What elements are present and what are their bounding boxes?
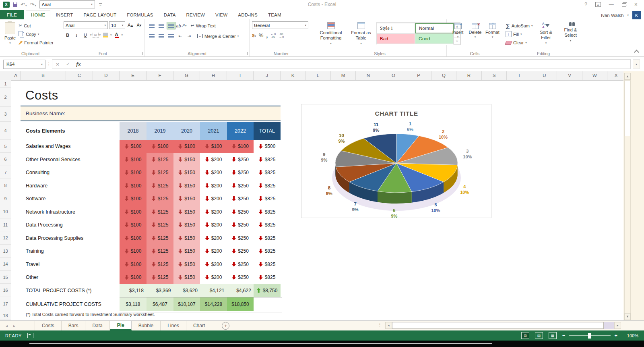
table-cell[interactable]: $250 <box>227 245 254 258</box>
dialog-launcher-icon[interactable] <box>308 52 311 55</box>
insert-cells-button[interactable]: ← Insert ▾ <box>449 21 466 39</box>
cell-style-option[interactable]: Bad <box>376 33 415 44</box>
row-header-12[interactable]: 12 <box>0 231 11 245</box>
row-header-18[interactable]: 18 <box>0 311 11 320</box>
column-header-O[interactable]: O <box>381 71 406 80</box>
cumulative-cell[interactable]: $10,107 <box>173 297 200 311</box>
table-cell[interactable]: $250 <box>227 218 254 231</box>
table-cell[interactable]: $250 <box>227 166 254 179</box>
row-header-10[interactable]: 10 <box>0 205 11 218</box>
total-cell[interactable]: $8,750 <box>254 284 281 297</box>
number-format-combo[interactable]: General▾ <box>252 21 308 29</box>
table-cell[interactable]: $250 <box>227 179 254 192</box>
find-select-button[interactable]: Find & Select ▾ <box>559 21 582 47</box>
table-cell[interactable]: $200 <box>200 258 227 271</box>
total-cell[interactable]: $4,121 <box>200 284 227 297</box>
table-cell[interactable]: $250 <box>227 231 254 245</box>
row-label[interactable]: Data Processing Supplies <box>26 231 83 245</box>
horizontal-scrollbar-track[interactable] <box>604 322 614 329</box>
help-button[interactable]: ? <box>584 2 587 7</box>
row-header-15[interactable]: 15 <box>0 271 11 284</box>
vertical-scrollbar-thumb[interactable] <box>625 81 630 136</box>
align-center-button[interactable] <box>157 32 166 40</box>
ribbon-tab-view[interactable]: VIEW <box>210 10 233 19</box>
column-header-K[interactable]: K <box>281 71 305 80</box>
table-cell[interactable]: $250 <box>227 271 254 284</box>
row-header-13[interactable]: 13 <box>0 245 11 258</box>
sheet-tab-lines[interactable]: Lines <box>161 321 186 330</box>
borders-button[interactable]: ⊞ <box>93 32 99 38</box>
redo-button[interactable]: ↷▾ <box>30 2 36 7</box>
merge-center-button[interactable]: ↔Merge & Center▾ <box>197 32 239 40</box>
cancel-icon[interactable]: × <box>52 61 63 67</box>
row-label[interactable]: Other <box>26 271 38 284</box>
wrap-text-button[interactable]: ↩Wrap Text <box>191 21 216 30</box>
normal-view-button[interactable]: ⊞ <box>521 332 529 339</box>
underline-button[interactable]: U <box>81 31 89 39</box>
clear-button[interactable]: Clear▾ <box>506 38 533 47</box>
restore-button[interactable] <box>622 3 626 7</box>
row-label[interactable]: Software <box>26 192 45 205</box>
total-cell[interactable]: $4,622 <box>227 284 254 297</box>
format-cells-button[interactable]: ↔ Format ▾ <box>484 21 501 39</box>
total-cell[interactable]: $3,118 <box>120 284 147 297</box>
row-header-4[interactable]: 4 <box>0 122 11 140</box>
column-header-E[interactable]: E <box>120 71 147 80</box>
pie-chart[interactable]: CHART TITLE16%210%310%410%510%69%79%89%9… <box>301 104 491 218</box>
business-name-cell[interactable]: Business Name: <box>21 106 281 121</box>
dialog-launcher-icon[interactable] <box>56 52 59 55</box>
new-sheet-button[interactable]: + <box>222 322 229 330</box>
table-cell[interactable]: $125 <box>147 153 173 166</box>
table-cell[interactable]: $150 <box>173 258 200 271</box>
table-cell[interactable]: $125 <box>147 205 173 218</box>
table-cell[interactable]: $100 <box>120 218 147 231</box>
column-header-X[interactable]: X <box>607 71 623 80</box>
column-header-N[interactable]: N <box>356 71 381 80</box>
column-header-T[interactable]: T <box>507 71 532 80</box>
sheet-tab-bars[interactable]: Bars <box>62 321 86 330</box>
row-header-8[interactable]: 8 <box>0 179 11 192</box>
table-cell[interactable]: $150 <box>173 192 200 205</box>
row-label[interactable]: Hardware <box>26 179 47 192</box>
row-header-9[interactable]: 9 <box>0 192 11 205</box>
fill-color-button[interactable] <box>101 31 109 39</box>
table-cell[interactable]: $125 <box>147 245 173 258</box>
year-header-cell[interactable]: 2022 <box>227 122 254 140</box>
collapse-ribbon-icon[interactable] <box>634 50 639 55</box>
table-cell[interactable]: $825 <box>254 153 281 166</box>
cut-button[interactable]: ✂Cut <box>19 21 54 30</box>
italic-button[interactable]: I <box>72 31 80 39</box>
sort-filter-button[interactable]: AZ Sort & Filter ▾ <box>535 21 557 47</box>
qat-font-combo[interactable]: Arial▾ <box>39 0 95 8</box>
align-bottom-button[interactable] <box>167 22 175 29</box>
ribbon-tab-team[interactable]: TEAM <box>263 10 287 19</box>
zoom-slider[interactable] <box>569 335 611 336</box>
table-cell[interactable]: $200 <box>200 179 227 192</box>
dialog-launcher-icon[interactable] <box>244 52 248 55</box>
column-header-C[interactable]: C <box>66 71 93 80</box>
font-family-combo[interactable]: Arial▾ <box>64 21 108 29</box>
table-cell[interactable]: $125 <box>147 179 173 192</box>
prev-sheet-icon[interactable]: ◂ <box>6 324 8 328</box>
table-cell[interactable]: $100 <box>120 140 147 153</box>
formula-bar-splitter[interactable]: ⋮ <box>45 62 52 67</box>
increase-decimal-button[interactable]: ←.0 .00 <box>270 33 276 38</box>
format-painter-button[interactable]: Format Painter <box>19 38 54 47</box>
copy-button[interactable]: Copy▾ <box>19 30 54 38</box>
ribbon-tab-formulas[interactable]: FORMULAS <box>122 10 159 19</box>
year-header-cell[interactable]: 2019 <box>147 122 173 140</box>
costs-elements-header-cell[interactable]: Costs Elements <box>26 122 65 140</box>
row-header-3[interactable]: 3 <box>0 107 11 122</box>
sheet-tab-bubble[interactable]: Bubble <box>132 321 161 330</box>
table-cell[interactable]: $150 <box>173 153 200 166</box>
account-name[interactable]: Ivan Walsh <box>601 13 623 18</box>
table-cell[interactable]: $825 <box>254 205 281 218</box>
column-header-F[interactable]: F <box>147 71 173 80</box>
ribbon-display-options-button[interactable]: ▲ <box>595 2 601 7</box>
decrease-font-icon[interactable]: A▾ <box>135 21 143 29</box>
row-header-11[interactable]: 11 <box>0 218 11 231</box>
scroll-left-icon[interactable]: ◂ <box>385 322 392 329</box>
table-cell[interactable]: $200 <box>200 245 227 258</box>
ribbon-tab-insert[interactable]: INSERT <box>50 10 78 19</box>
column-header-W[interactable]: W <box>582 71 607 80</box>
